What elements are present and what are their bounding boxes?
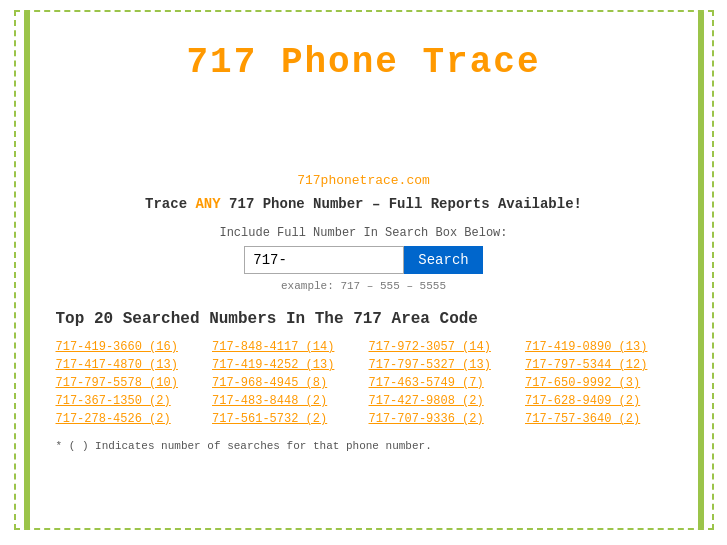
- tagline: Trace ANY 717 Phone Number – Full Report…: [56, 196, 672, 212]
- search-input[interactable]: [244, 246, 404, 274]
- number-link[interactable]: 717-968-4945 (8): [212, 376, 359, 390]
- number-link[interactable]: 717-848-4117 (14): [212, 340, 359, 354]
- tagline-any: ANY: [195, 196, 220, 212]
- number-link[interactable]: 717-757-3640 (2): [525, 412, 672, 426]
- outer-container: 717 Phone Trace 717phonetrace.com Trace …: [14, 10, 714, 530]
- footnote: * ( ) Indicates number of searches for t…: [56, 440, 672, 452]
- top20-title: Top 20 Searched Numbers In The 717 Area …: [56, 310, 672, 328]
- right-side-bar: [698, 12, 704, 528]
- number-link[interactable]: 717-419-0890 (13): [525, 340, 672, 354]
- number-link[interactable]: 717-367-1350 (2): [56, 394, 203, 408]
- tagline-suffix: 717 Phone Number – Full Reports Availabl…: [221, 196, 582, 212]
- number-link[interactable]: 717-419-3660 (16): [56, 340, 203, 354]
- number-link[interactable]: 717-797-5344 (12): [525, 358, 672, 372]
- number-link[interactable]: 717-427-9808 (2): [369, 394, 516, 408]
- number-link[interactable]: 717-797-5327 (13): [369, 358, 516, 372]
- number-link[interactable]: 717-483-8448 (2): [212, 394, 359, 408]
- number-link[interactable]: 717-419-4252 (13): [212, 358, 359, 372]
- number-link[interactable]: 717-278-4526 (2): [56, 412, 203, 426]
- number-link[interactable]: 717-707-9336 (2): [369, 412, 516, 426]
- number-link[interactable]: 717-463-5749 (7): [369, 376, 516, 390]
- example-text: example: 717 – 555 – 5555: [56, 280, 672, 292]
- number-link[interactable]: 717-628-9409 (2): [525, 394, 672, 408]
- number-link[interactable]: 717-972-3057 (14): [369, 340, 516, 354]
- number-link[interactable]: 717-561-5732 (2): [212, 412, 359, 426]
- number-link[interactable]: 717-650-9992 (3): [525, 376, 672, 390]
- numbers-grid: 717-419-3660 (16)717-848-4117 (14)717-97…: [56, 340, 672, 426]
- search-row: Search: [56, 246, 672, 274]
- number-link[interactable]: 717-417-4870 (13): [56, 358, 203, 372]
- tagline-prefix: Trace: [145, 196, 195, 212]
- site-url: 717phonetrace.com: [56, 173, 672, 188]
- left-side-bar: [24, 12, 30, 528]
- search-button[interactable]: Search: [404, 246, 482, 274]
- page-title: 717 Phone Trace: [56, 22, 672, 93]
- search-label: Include Full Number In Search Box Below:: [56, 226, 672, 240]
- number-link[interactable]: 717-797-5578 (10): [56, 376, 203, 390]
